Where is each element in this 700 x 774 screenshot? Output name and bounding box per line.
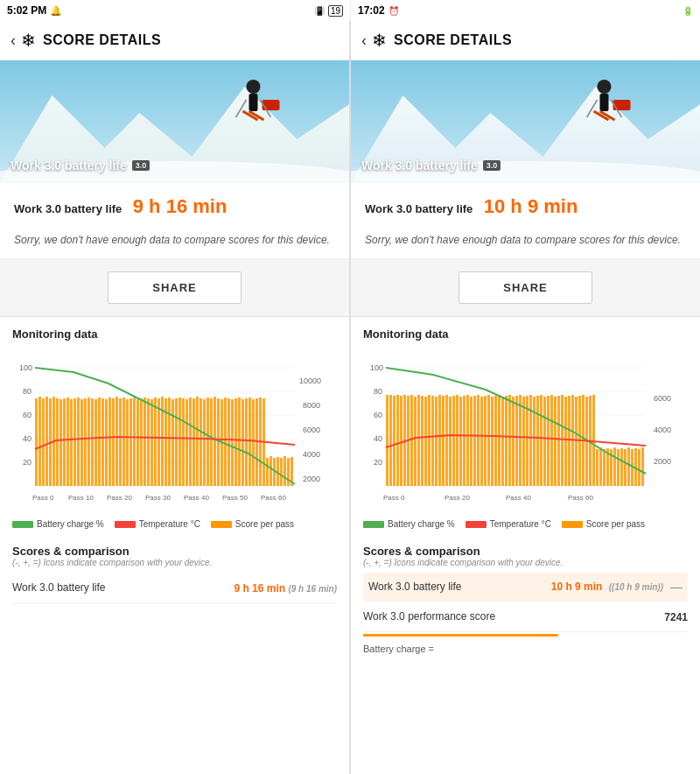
status-bar-left: 5:02 PM 🔔 📳 19 [0,0,350,21]
svg-text:20: 20 [23,458,32,467]
svg-text:60: 60 [374,411,382,419]
svg-rect-175 [536,396,539,486]
banner-label-left: Work 3.0 battery life 3.0 [10,158,150,172]
svg-rect-37 [70,399,73,486]
scores-subtitle-left: (-, +, =) Icons indicate comparison with… [12,558,337,567]
result-label-left: Work 3.0 battery life [14,202,122,215]
compare-text-right: Sorry, we don't have enough data to comp… [351,227,700,259]
score-row-label-r0: Work 3.0 battery life [368,580,462,593]
svg-rect-74 [200,398,202,486]
svg-rect-49 [112,398,115,486]
svg-rect-83 [231,399,234,486]
svg-rect-167 [508,395,511,486]
score-row-left-0: Work 3.0 battery life 9 h 16 min (9 h 16… [12,573,337,603]
back-button-right[interactable]: ‹ [361,32,367,50]
legend-color-score-left [211,521,232,528]
svg-text:60: 60 [23,411,32,419]
svg-rect-153 [459,397,462,486]
svg-rect-169 [515,396,518,486]
svg-rect-87 [245,398,248,486]
share-button-right[interactable]: SHARE [458,271,592,304]
chart-left: 100 80 60 40 20 10000 8000 6000 4000 200… [0,353,349,514]
svg-text:20: 20 [374,458,382,467]
banner-right: Work 3.0 battery life 3.0 [351,60,700,183]
back-button-left[interactable]: ‹ [10,32,16,50]
svg-text:Pass 20: Pass 20 [107,494,132,502]
score-row-label-0: Work 3.0 battery life [12,581,106,594]
monitoring-right: Monitoring data [351,317,700,353]
svg-rect-69 [182,398,185,486]
svg-rect-54 [130,398,132,486]
score-result-left: Work 3.0 battery life 9 h 16 min [0,183,349,227]
svg-rect-62 [158,398,160,486]
svg-rect-66 [172,399,174,486]
svg-rect-28 [38,397,41,486]
header-right: ‹ ❄ SCORE DETAILS [351,21,700,60]
svg-text:Pass 0: Pass 0 [383,494,405,502]
svg-rect-179 [550,395,553,486]
svg-rect-163 [494,396,497,486]
svg-rect-76 [206,398,209,486]
svg-rect-47 [105,399,108,486]
svg-rect-177 [543,397,546,486]
header-left: ‹ ❄ SCORE DETAILS [0,21,349,60]
version-badge-right: 3.0 [483,160,501,171]
svg-rect-154 [463,396,466,486]
svg-rect-45 [98,398,101,486]
svg-rect-29 [42,398,45,486]
svg-rect-152 [456,395,458,486]
svg-rect-133 [389,395,392,486]
svg-rect-132 [386,395,388,486]
svg-point-4 [247,80,261,94]
legend-battery-left: Battery charge % [12,519,104,529]
svg-rect-71 [189,398,192,486]
svg-rect-44 [94,399,97,486]
svg-rect-90 [256,398,258,486]
svg-rect-171 [522,397,525,486]
legend-color-temp-right [466,521,486,528]
svg-rect-78 [214,397,216,486]
svg-rect-84 [234,398,237,486]
monitoring-title-right: Monitoring data [363,327,688,341]
share-area-left: SHARE [0,259,349,317]
score-row-label-r1: Work 3.0 performance score [363,610,495,623]
svg-rect-72 [192,398,195,486]
svg-rect-5 [249,94,258,111]
svg-rect-183 [564,397,567,486]
svg-rect-36 [66,398,69,486]
score-row-sub-0: (9 h 16 min) [288,584,337,594]
svg-rect-147 [438,395,441,486]
svg-rect-155 [466,395,469,486]
svg-rect-168 [512,397,514,486]
svg-text:4000: 4000 [303,450,320,459]
svg-rect-160 [484,396,486,486]
result-label-right: Work 3.0 battery life [365,202,472,215]
panel-right: ‹ ❄ SCORE DETAILS [350,21,700,774]
svg-text:Pass 60: Pass 60 [568,494,593,502]
svg-rect-112 [600,94,609,111]
svg-rect-205 [641,447,644,486]
share-button-left[interactable]: SHARE [108,271,242,304]
svg-rect-61 [154,398,157,486]
svg-rect-204 [638,449,640,486]
svg-text:100: 100 [19,363,32,372]
legend-color-battery-right [363,521,384,528]
snowflake-icon-right: ❄ [372,30,387,51]
svg-rect-145 [431,396,434,486]
svg-rect-67 [175,398,178,486]
svg-rect-53 [126,399,129,486]
alarm-icon: 🔔 [50,5,62,17]
compare-text-left: Sorry, we don't have enough data to comp… [0,227,349,259]
result-value-right: 10 h 9 min [484,195,578,217]
scores-subtitle-right: (-, +, =) Icons indicate comparison with… [363,558,688,567]
time-left: 5:02 PM [7,4,46,17]
scores-section-left: Scores & comparison (-, +, =) Icons indi… [0,536,349,609]
svg-text:Pass 0: Pass 0 [32,494,54,502]
svg-text:80: 80 [374,387,382,396]
svg-rect-178 [547,396,550,486]
svg-rect-197 [613,447,616,486]
svg-rect-198 [617,449,620,486]
svg-rect-144 [428,395,430,486]
svg-rect-181 [557,396,560,486]
svg-rect-60 [150,399,153,486]
